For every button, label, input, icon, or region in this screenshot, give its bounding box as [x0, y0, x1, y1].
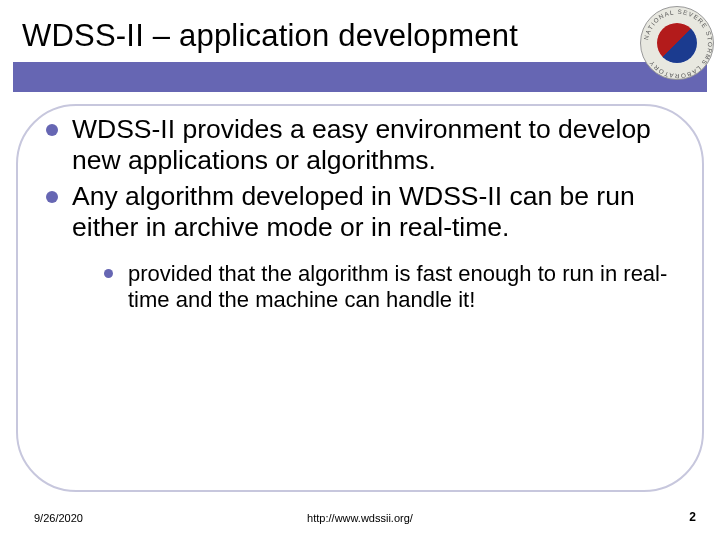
slide: WDSS-II – application development NATION…: [0, 0, 720, 540]
bullet-level2: provided that the algorithm is fast enou…: [104, 261, 690, 314]
bullet-dot-icon: [46, 124, 58, 136]
bullet-text: WDSS-II provides a easy environment to d…: [72, 114, 651, 175]
bullet-level1: Any algorithm developed in WDSS-II can b…: [46, 181, 690, 244]
slide-title: WDSS-II – application development: [22, 18, 640, 54]
bullet-text: provided that the algorithm is fast enou…: [128, 261, 667, 312]
bullet-dot-icon: [104, 269, 113, 278]
footer-page-number: 2: [689, 510, 696, 524]
bullet-dot-icon: [46, 191, 58, 203]
content-area: WDSS-II provides a easy environment to d…: [46, 114, 690, 314]
title-divider-bar: [13, 62, 707, 92]
bullet-text: Any algorithm developed in WDSS-II can b…: [72, 181, 635, 242]
bullet-level1: WDSS-II provides a easy environment to d…: [46, 114, 690, 177]
footer-url: http://www.wdssii.org/: [0, 512, 720, 524]
nssl-logo: NATIONAL SEVERE STORMS LABORATORY: [640, 6, 714, 80]
